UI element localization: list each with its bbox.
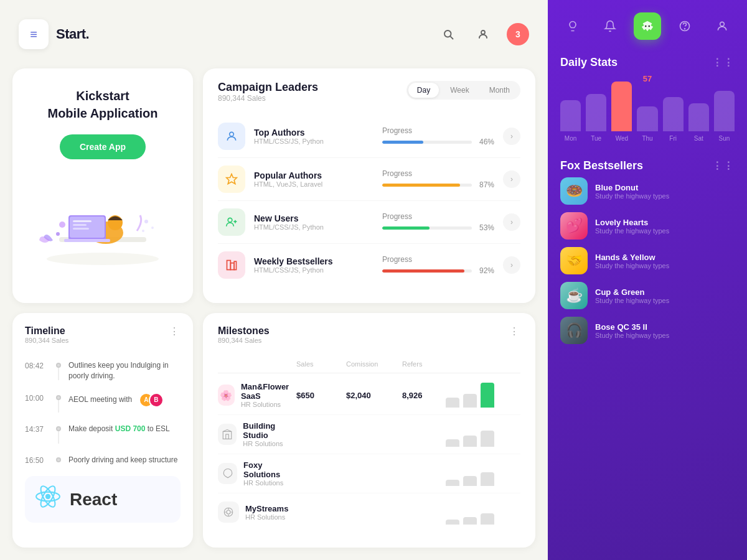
ms-icon-building [218, 424, 237, 445]
sidebar-nav-lightbulb[interactable] [559, 12, 586, 40]
progress-pct-2: 87% [477, 180, 494, 189]
progress-bar-fill-1 [382, 141, 423, 144]
search-button[interactable] [437, 23, 459, 45]
fox-bestsellers-section: Fox Bestsellers ⋮⋮ 🍩 Blue Donut Study th… [560, 159, 735, 344]
svg-point-17 [142, 230, 144, 232]
progress-bar-wrap-1: 46% [382, 138, 494, 146]
timeline-line-1000 [58, 400, 59, 413]
tab-week[interactable]: Week [441, 83, 477, 98]
fox-bestsellers-menu[interactable]: ⋮⋮ [712, 160, 735, 172]
user-button[interactable] [472, 23, 494, 45]
create-app-button[interactable]: Create App [60, 134, 146, 159]
sidebar-nav-profile[interactable] [708, 12, 736, 40]
svg-point-33 [648, 26, 650, 27]
new-users-tags: HTML/CSS/JS, Python [254, 223, 374, 231]
bestseller-item-cup-green[interactable]: ☕ Cup & Green Study the highway types [560, 282, 735, 309]
svg-rect-21 [227, 261, 231, 270]
weekly-bestsellers-progress: Progress 92% [382, 255, 494, 275]
bestseller-item-bose-qc35[interactable]: 🎧 Bose QC 35 II Study the highway types [560, 317, 735, 344]
ms-name-manflower: Man&Flower SaaS [241, 382, 296, 401]
ms-commission-manflower: $2,040 [346, 391, 402, 400]
sidebar-nav-notifications[interactable] [596, 12, 624, 40]
sidebar-top-nav [548, 0, 747, 50]
row-arrow-1[interactable]: › [503, 128, 520, 145]
timeline-text-0842: Outlines keep you Indulging in poorly dr… [68, 360, 181, 381]
timeline-line-1437 [58, 431, 59, 444]
svg-point-13 [59, 222, 65, 228]
bestseller-thumb-cup-green: ☕ [560, 282, 588, 309]
chart-peak-label: 57 [560, 74, 735, 83]
tab-day[interactable]: Day [408, 83, 439, 98]
bestseller-sub-lovely-hearts: Study the highway types [595, 227, 735, 235]
popular-authors-progress: Progress 87% [382, 169, 494, 189]
ms-sub-manflower: HR Solutions [241, 401, 296, 408]
bestseller-info-lovely-hearts: Lovely Hearts Study the highway types [595, 218, 735, 235]
timeline-dot-1650 [56, 457, 61, 462]
chart-bar-sat: Sat [688, 103, 709, 142]
campaign-tab-group: Day Week Month [406, 81, 520, 100]
timeline-menu-btn[interactable]: ⋮ [169, 325, 181, 337]
sidebar-nav-help[interactable] [671, 12, 698, 40]
svg-point-3 [47, 253, 159, 265]
header-left: ≡ Start. [19, 19, 89, 49]
timeline-dot-1000 [56, 395, 61, 400]
row-arrow-4[interactable]: › [503, 256, 520, 274]
svg-point-16 [151, 226, 154, 229]
chart-label-mon: Mon [565, 135, 576, 142]
timeline-subtitle: 890,344 Sales [25, 337, 68, 344]
timeline-highlight-amount: USD 700 [115, 424, 146, 433]
progress-bar-wrap-3: 53% [382, 223, 494, 232]
ms-chart-mystreams [446, 500, 520, 525]
ms-bar-foxy-1 [446, 480, 459, 486]
bestseller-name-cup-green: Cup & Green [595, 287, 735, 297]
ms-name-cell-building: Building Studio HR Solutions [218, 421, 296, 447]
sidebar-nav-fox[interactable] [634, 12, 661, 40]
timeline-time-1437: 14:37 [25, 424, 49, 434]
ms-name-cell-manflower: 🌸 Man&Flower SaaS HR Solutions [218, 382, 296, 408]
sidebar-content: Daily Stats ⋮⋮ 57 Mon Tue Wed [548, 50, 747, 560]
react-icon [35, 483, 61, 515]
row-arrow-2[interactable]: › [503, 170, 520, 188]
milestones-menu-btn[interactable]: ⋮ [509, 325, 520, 337]
ms-bar-mystreams-1 [446, 520, 459, 525]
ms-info-building: Building Studio HR Solutions [243, 421, 296, 447]
timeline-header: Timeline 890,344 Sales ⋮ [25, 325, 181, 353]
top-authors-icon [218, 123, 245, 150]
daily-stats-menu[interactable]: ⋮⋮ [712, 57, 735, 68]
timeline-title: Timeline [25, 325, 68, 337]
ms-bar-foxy-2 [463, 476, 477, 486]
row-arrow-3[interactable]: › [503, 213, 520, 231]
ms-bar-building-2 [463, 436, 477, 447]
logo-icon: ≡ [30, 27, 37, 42]
bestseller-item-blue-donut[interactable]: 🍩 Blue Donut Study the highway types [560, 177, 735, 205]
chart-bar-fill-sat [688, 103, 709, 131]
react-badge: React [25, 476, 181, 523]
timeline-dot-wrap-1000 [56, 393, 61, 413]
ms-sub-foxy: HR Solutions [243, 479, 296, 487]
milestones-title-group: Milestones 890,344 Sales [218, 325, 270, 353]
svg-rect-28 [223, 432, 232, 439]
chart-bar-wed: Wed [611, 82, 632, 142]
kickstart-title: Kickstart Mobile Application [47, 87, 157, 122]
ms-name-cell-foxy: Foxy Solutions HR Solutions [218, 460, 296, 487]
ms-sub-mystreams: HR Solutions [245, 513, 288, 521]
chart-bar-sun: Sun [714, 91, 735, 142]
progress-bar-bg-3 [382, 226, 472, 230]
progress-bar-bg-1 [382, 141, 472, 144]
bestseller-item-hands-yellow[interactable]: 🤝 Hands & Yellow Study the highway types [560, 247, 735, 274]
chart-label-thu: Thu [642, 135, 652, 142]
content-grid: Kickstart Mobile Application Create App [0, 68, 548, 560]
chart-bar-fri: Fri [663, 97, 684, 142]
header-right: 3 [437, 23, 529, 45]
bestseller-item-lovely-hearts[interactable]: 💕 Lovely Hearts Study the highway types [560, 212, 735, 240]
progress-pct-4: 92% [477, 266, 494, 275]
bestseller-sub-blue-donut: Study the highway types [595, 192, 735, 200]
bestseller-sub-bose-qc35: Study the highway types [595, 332, 735, 339]
kickstart-card: Kickstart Mobile Application Create App [12, 68, 193, 303]
notification-badge[interactable]: 3 [507, 23, 529, 45]
tab-month[interactable]: Month [481, 83, 519, 98]
ms-bar-manflower-2 [463, 394, 477, 408]
daily-stats-section: Daily Stats ⋮⋮ 57 Mon Tue Wed [560, 56, 735, 144]
bestseller-thumb-hands-yellow: 🤝 [560, 247, 588, 274]
milestone-row-foxy: Foxy Solutions HR Solutions [218, 454, 520, 493]
